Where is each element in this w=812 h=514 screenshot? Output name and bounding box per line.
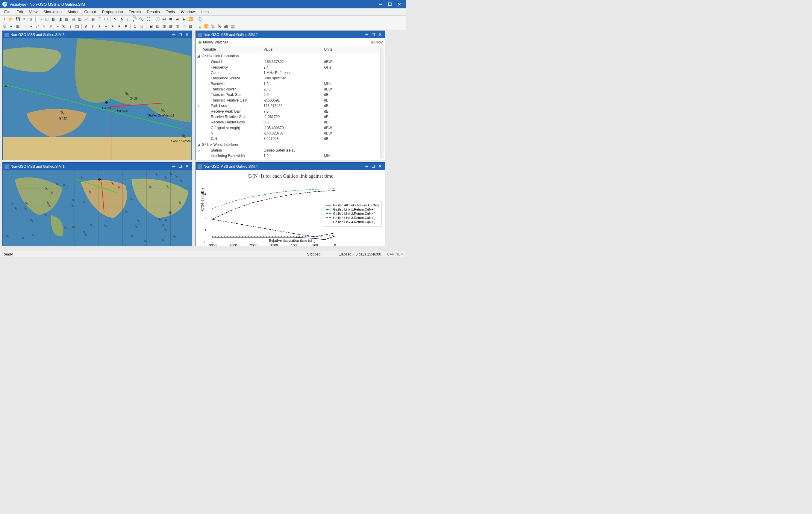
pointer-icon[interactable]: ⬉ [119, 16, 125, 22]
net-b-icon[interactable]: ⋕ [90, 23, 96, 29]
dot-icon[interactable]: ● [8, 23, 14, 29]
pane-maximize-icon[interactable]: ☐ [177, 32, 183, 37]
layer-f-icon[interactable]: ⬚ [181, 23, 187, 29]
link-c-icon[interactable]: ⇆ [41, 23, 47, 29]
table-icon[interactable]: ▦ [90, 16, 96, 22]
map-canvas[interactable]: s-10 ✈ Aircraft Handset 🛰 G*-29 🛰 G*-12 … [3, 38, 192, 160]
col-value[interactable]: Value [261, 46, 322, 53]
copy-button[interactable]: ⎘ Copy [371, 40, 383, 44]
pane-close-icon[interactable]: ✕ [183, 164, 190, 169]
menu-output[interactable]: Output [81, 9, 99, 15]
watch-row[interactable]: ▹StationGalileo Satellites-18 [196, 148, 385, 153]
zoom-out-icon[interactable]: 🔍- [139, 16, 145, 22]
menu-results[interactable]: Results [144, 9, 163, 15]
pane-close-icon[interactable]: ✕ [377, 32, 383, 37]
open-icon[interactable]: 📂 [8, 16, 14, 22]
net-g-icon[interactable]: ✸ [123, 23, 129, 29]
zoom-area-icon[interactable]: ⬚ [125, 16, 132, 22]
col-variable[interactable]: Variable [201, 46, 261, 53]
watch-row[interactable]: Transmit Peak Gain5.0dBi [196, 92, 385, 97]
step-icon[interactable]: ⏭ [174, 16, 180, 22]
net-d-icon[interactable]: ✧ [103, 23, 109, 29]
watch-table-header[interactable]: Variable Value Units [196, 46, 385, 53]
grid-icon[interactable]: ▦ [15, 23, 21, 29]
menu-help[interactable]: Help [198, 9, 212, 15]
watch-row[interactable]: Frequency SourceUser specified [196, 76, 385, 81]
net-f-icon[interactable]: ✷ [116, 23, 122, 29]
menu-edit[interactable]: Edit [13, 9, 26, 15]
menu-view[interactable]: View [26, 9, 40, 15]
layer-c-icon[interactable]: ▥ [161, 23, 167, 29]
window-e-icon[interactable]: ▦ [63, 16, 69, 22]
layer-d-icon[interactable]: ▩ [168, 23, 174, 29]
pane-maximize-icon[interactable]: ☐ [370, 164, 377, 169]
watch-row[interactable]: Receive Relative Gain-1.061729dB [196, 114, 385, 119]
list-icon[interactable]: ☰ [96, 16, 103, 22]
pane-minimize-icon[interactable]: ━ [364, 32, 370, 37]
new-icon[interactable]: ✧ [1, 16, 7, 22]
watch-row[interactable]: Receive Peak Gain7.0dBi [196, 108, 385, 114]
pane-close-icon[interactable]: ✕ [183, 32, 190, 37]
col-units[interactable]: Units [322, 46, 382, 53]
clock-icon[interactable]: 🕒 [154, 16, 161, 22]
pane-close-icon[interactable]: ✕ [377, 164, 383, 169]
watch-row[interactable]: Interfering Bandwidth1.0MHz [196, 153, 385, 159]
monitor-icon[interactable]: 🖵 [103, 16, 109, 22]
window-b-icon[interactable]: ◫ [44, 16, 50, 22]
modify-watches-link[interactable]: Modify Watches… [203, 40, 371, 44]
path-icon[interactable]: ↗ [48, 23, 54, 29]
layer-g-icon[interactable]: ▦ [187, 23, 194, 29]
watch-group-1[interactable]: ◢G* link.Link Calculation [196, 53, 385, 59]
route-icon[interactable]: ⤳ [54, 23, 60, 29]
pane-minimize-icon[interactable]: ━ [170, 32, 177, 37]
window-f-icon[interactable]: ▤ [70, 16, 76, 22]
zoom-fit-icon[interactable]: ⛶ [145, 16, 151, 22]
pane-minimize-icon[interactable]: ━ [364, 164, 370, 169]
layer-a-icon[interactable]: ▣ [148, 23, 154, 29]
city-a-icon[interactable]: 🏙 [223, 23, 229, 29]
menu-file[interactable]: File [1, 9, 13, 15]
watch-row[interactable]: Interfering Power10.0dBW [196, 159, 385, 160]
net-c-icon[interactable]: ✦ [96, 23, 103, 29]
chart-icon[interactable]: 📈 [83, 16, 89, 22]
window-c-icon[interactable]: ◧ [50, 16, 56, 22]
menu-tools[interactable]: Tools [163, 9, 178, 15]
link-a-icon[interactable]: ↔ [28, 23, 34, 29]
maximize-button[interactable]: ☐ [386, 1, 394, 7]
tower-d-icon[interactable]: 🛰 [216, 23, 223, 29]
watch-row[interactable]: Receive Feeder Loss0.0dB [196, 119, 385, 125]
zoom-in-icon[interactable]: 🔍+ [132, 16, 138, 22]
minimize-button[interactable]: ━ [376, 1, 384, 7]
close-button[interactable]: ✕ [395, 1, 404, 7]
watch-row[interactable]: N-143.828787dBW [196, 131, 385, 136]
tower-c-icon[interactable]: 📡 [210, 23, 216, 29]
beam-icon[interactable]: ⟟ [67, 23, 74, 29]
watch-row[interactable]: Carrier1 MHz Reference [196, 70, 385, 76]
watch-row[interactable]: Transmit Power20.0dBW [196, 87, 385, 92]
arrow-icon[interactable]: ↖ [112, 16, 118, 22]
sigma-icon[interactable]: Σ [132, 23, 138, 29]
menu-propagation[interactable]: Propagation [99, 9, 126, 15]
copy-icon[interactable]: ⎘ [28, 16, 34, 22]
scrollbar[interactable] [380, 47, 384, 159]
menu-model[interactable]: Model [65, 9, 81, 15]
chart-axes[interactable]: 012345-3000-2500-2000-1500-1000-5000 [212, 182, 335, 242]
watch-row[interactable]: Worst I-185.137802dBW [196, 59, 385, 64]
tower-b-icon[interactable]: 📶 [203, 23, 209, 29]
add-watch-icon[interactable]: ✚ [198, 40, 202, 45]
menu-simulation[interactable]: Simulation [40, 9, 65, 15]
watch-row[interactable]: ▹Path Loss163.678459dB [196, 103, 385, 108]
var-icon[interactable]: (x) [74, 23, 80, 29]
watch-row[interactable]: C/N8.427908dB [196, 136, 385, 141]
net-e-icon[interactable]: ✶ [110, 23, 116, 29]
watch-row[interactable]: Frequency2.4GHz [196, 64, 385, 70]
sat-icon[interactable]: 🛰 [61, 23, 67, 29]
pane-maximize-icon[interactable]: ☐ [177, 164, 183, 169]
watch-row[interactable]: C (signal strength)-135.400879dBW [196, 125, 385, 131]
menu-window[interactable]: Window [178, 9, 198, 15]
box-icon[interactable]: ▭ [21, 23, 27, 29]
stop-icon[interactable]: ⏹ [168, 16, 174, 22]
tower-a-icon[interactable]: 🗼 [197, 23, 203, 29]
pane-maximize-icon[interactable]: ☐ [370, 32, 377, 37]
antenna-icon[interactable]: 📡 [1, 23, 7, 29]
